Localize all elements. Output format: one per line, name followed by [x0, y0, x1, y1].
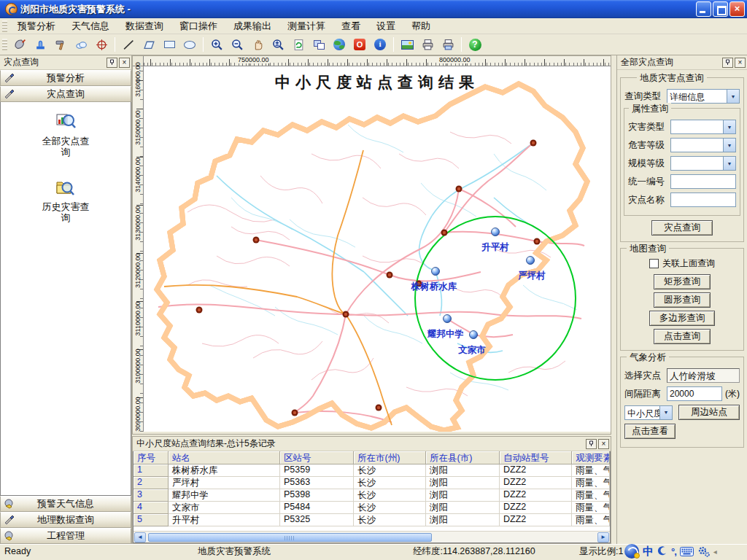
click-query-button[interactable]: 点击查询	[654, 329, 711, 344]
scrollbar-thumb[interactable]	[148, 533, 432, 542]
menu-output[interactable]: 成果输出	[225, 18, 279, 34]
sidebar-section-project-mgmt[interactable]: 工程管理	[0, 528, 131, 544]
menu-help[interactable]: 帮助	[403, 18, 438, 34]
chevron-down-icon[interactable]: ▼	[659, 406, 672, 419]
table-row[interactable]: 3耀邦中学P5398长沙浏阳DZZ2雨量、气	[133, 489, 610, 502]
rect-query-button[interactable]: 矩形查询	[654, 274, 711, 289]
point-name-field[interactable]	[670, 192, 736, 207]
close-icon[interactable]: ×	[598, 439, 609, 449]
moon-icon[interactable]	[657, 546, 667, 556]
scale-select[interactable]: 中小尺度 ▼	[624, 405, 673, 420]
restore-button[interactable]	[713, 1, 728, 17]
road-lines	[158, 143, 584, 422]
col-header[interactable]: 观测要素	[572, 451, 610, 464]
scroll-right-icon[interactable]: ►	[597, 532, 609, 542]
chevron-down-icon[interactable]: ▼	[723, 120, 735, 133]
close-icon[interactable]: ×	[735, 58, 746, 68]
chevron-down-icon[interactable]: ▼	[723, 157, 735, 170]
print-icon[interactable]	[419, 36, 436, 53]
app-window: 浏阳市地质灾害预警系统 - × 预警分析 天气信息 数据查询 窗口操作 成果输出…	[0, 0, 747, 560]
zoom-in-icon[interactable]	[208, 36, 225, 53]
distance-field[interactable]	[667, 386, 722, 401]
line-tool-icon[interactable]	[120, 36, 137, 53]
table-row[interactable]: 1株树桥水库P5359长沙浏阳DZZ2雨量、气	[133, 464, 610, 477]
menu-grip[interactable]	[2, 20, 7, 32]
col-header[interactable]: 所在市(州)	[354, 451, 426, 464]
stop-icon[interactable]: O	[351, 36, 368, 53]
polygon-tool-icon[interactable]	[140, 36, 158, 53]
help-icon[interactable]: ?	[466, 36, 484, 53]
menu-measure[interactable]: 测量计算	[279, 18, 333, 34]
menu-view[interactable]: 查看	[333, 18, 368, 34]
ime-mode-toggle[interactable]: 中	[643, 545, 654, 559]
pin-icon[interactable]	[107, 58, 117, 68]
sidebar-section-disaster-query[interactable]: 灾点查询	[0, 86, 131, 102]
link-query-checkbox[interactable]	[649, 259, 659, 268]
col-header[interactable]: 区站号	[280, 451, 354, 464]
satellite-tool-icon[interactable]	[11, 36, 28, 53]
query-type-select[interactable]: 详细信息 ▼	[667, 89, 740, 104]
info-icon[interactable]: i	[371, 36, 389, 53]
menu-data-query[interactable]: 数据查询	[117, 18, 171, 34]
col-header[interactable]: 站名	[169, 451, 280, 464]
table-row[interactable]: 5升平村P5325长沙浏阳DZZ2雨量、气	[133, 514, 610, 526]
pin-icon[interactable]	[586, 439, 597, 449]
circle-query-button[interactable]: 圆形查询	[654, 292, 711, 308]
stamp-tool-icon[interactable]	[31, 36, 49, 53]
right-panel-title: 全部灾点查询	[621, 56, 721, 69]
close-button[interactable]: ×	[729, 1, 745, 17]
print-setup-icon[interactable]	[439, 36, 457, 53]
hammer-tool-icon[interactable]	[52, 36, 69, 53]
polygon-query-button[interactable]: 多边形查询	[649, 311, 715, 326]
disaster-query-button[interactable]: 灾点查询	[651, 220, 713, 236]
col-header[interactable]: 自动站型号	[500, 451, 572, 464]
menu-weather-info[interactable]: 天气信息	[63, 18, 117, 34]
col-header[interactable]: 所在县(市)	[426, 451, 500, 464]
zoom-extent-icon[interactable]	[269, 36, 287, 53]
ime-logo-icon[interactable]	[624, 544, 639, 559]
unified-id-field[interactable]	[670, 174, 736, 189]
keyboard-icon[interactable]	[680, 547, 694, 556]
menu-window-ops[interactable]: 窗口操作	[171, 18, 225, 34]
cloud-tool-icon[interactable]	[72, 36, 90, 53]
chevron-down-icon[interactable]: ▼	[727, 90, 739, 103]
zoom-out-icon[interactable]	[228, 36, 246, 53]
menu-warning-analysis[interactable]: 预警分析	[9, 18, 63, 34]
disaster-type-select[interactable]: ▼	[670, 120, 736, 134]
view-button[interactable]: 点击查看	[624, 424, 676, 439]
crosshair-tool-icon[interactable]	[93, 36, 110, 53]
scroll-left-icon[interactable]: ◄	[134, 532, 146, 542]
pan-hand-icon[interactable]	[249, 36, 266, 53]
minimize-button[interactable]	[696, 1, 711, 17]
sidebar-section-warning-weather[interactable]: 预警天气信息	[0, 496, 131, 512]
chevron-down-icon[interactable]: ▼	[723, 139, 735, 152]
menu-settings[interactable]: 设置	[368, 18, 403, 34]
tray-collapse-icon[interactable]: ◂	[713, 548, 717, 556]
map-export-icon[interactable]	[398, 36, 416, 53]
table-row[interactable]: 2严坪村P5363长沙浏阳DZZ2雨量、气	[133, 477, 610, 489]
sidebar-item-history-disaster-query[interactable]: 历史灾害查询	[33, 176, 98, 223]
distance-unit: (米)	[725, 388, 740, 400]
map-canvas[interactable]: 升平村 严坪村 株树桥水库 耀邦中学 文家市 中小尺度站点查询结果	[144, 66, 611, 432]
col-header[interactable]: 序号	[133, 451, 169, 464]
pin-icon[interactable]	[722, 58, 733, 68]
map-query-group: 地图查询 关联上面查询 矩形查询 圆形查询 多边形查询 点击查询	[620, 248, 744, 351]
nearby-stations-button[interactable]: 周边站点	[678, 405, 740, 420]
ime-tray: 中 °, ◂	[624, 544, 717, 559]
hazard-level-select[interactable]: ▼	[670, 138, 736, 152]
rectangle-tool-icon[interactable]	[160, 36, 178, 53]
sidebar-section-geodata-query[interactable]: 地理数据查询	[0, 512, 131, 528]
table-row[interactable]: 4文家市P5484长沙浏阳DZZ2雨量、气	[133, 502, 610, 514]
settings-gear-icon[interactable]	[697, 545, 710, 557]
ime-punctuation-toggle[interactable]: °,	[671, 546, 676, 557]
globe-icon[interactable]	[330, 36, 348, 53]
ellipse-tool-icon[interactable]	[181, 36, 198, 53]
scale-level-select[interactable]: ▼	[670, 156, 736, 171]
toolbar-grip[interactable]	[2, 39, 7, 50]
table-horizontal-scrollbar[interactable]: ◄ ►	[133, 531, 610, 542]
close-icon[interactable]: ×	[119, 58, 130, 68]
sidebar-item-all-disaster-query[interactable]: 全部灾点查询	[33, 111, 98, 158]
refresh-view-icon[interactable]	[290, 36, 307, 53]
sidebar-section-warning-analysis[interactable]: 预警分析	[0, 70, 131, 86]
copy-layers-icon[interactable]	[310, 36, 328, 53]
